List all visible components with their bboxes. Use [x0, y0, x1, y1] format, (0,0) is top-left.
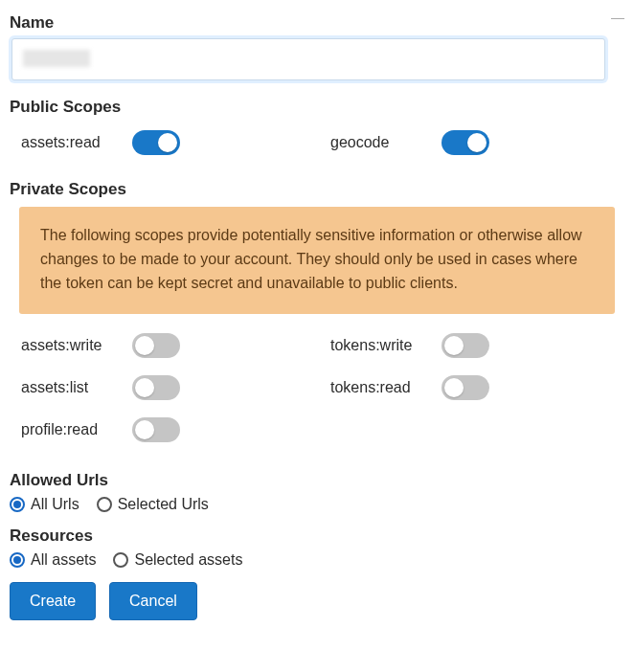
radio-label: Selected assets	[134, 551, 242, 569]
toggle-tokens-read[interactable]	[442, 375, 489, 400]
public-scopes-label: Public Scopes	[10, 98, 624, 117]
scope-assets-list: assets:list	[21, 375, 270, 400]
radio-selected-urls[interactable]: Selected Urls	[97, 496, 209, 513]
scope-label: tokens:write	[330, 337, 426, 354]
scope-label: assets:write	[21, 337, 117, 354]
scope-assets-write: assets:write	[21, 333, 270, 358]
toggle-assets-list[interactable]	[132, 375, 180, 400]
private-scopes-grid: assets:write tokens:write assets:list to…	[10, 333, 624, 450]
scope-label: geocode	[330, 134, 426, 151]
create-button[interactable]: Create	[10, 582, 96, 620]
private-scopes-warning: The following scopes provide potentially…	[19, 207, 615, 314]
toggle-assets-write[interactable]	[132, 333, 180, 358]
radio-all-urls[interactable]: All Urls	[10, 496, 79, 513]
radio-all-assets[interactable]: All assets	[10, 551, 96, 569]
scope-label: tokens:read	[330, 379, 426, 396]
radio-label: All Urls	[31, 496, 79, 513]
scope-geocode: geocode	[330, 130, 579, 155]
allowed-urls-label: Allowed Urls	[10, 471, 624, 490]
allowed-urls-radio-group: All Urls Selected Urls	[10, 496, 624, 513]
name-input[interactable]	[11, 38, 605, 80]
radio-icon	[113, 552, 128, 568]
resources-radio-group: All assets Selected assets	[10, 551, 624, 569]
collapse-icon[interactable]: —	[611, 10, 624, 25]
button-row: Create Cancel	[10, 582, 624, 620]
scope-label: assets:read	[21, 134, 117, 151]
toggle-tokens-write[interactable]	[442, 333, 489, 358]
token-create-form: — Name Public Scopes assets:read geocode…	[0, 0, 634, 639]
scope-profile-read: profile:read	[21, 417, 270, 442]
radio-icon	[10, 497, 25, 512]
scope-label: profile:read	[21, 421, 117, 438]
radio-label: Selected Urls	[118, 496, 209, 513]
scope-label: assets:list	[21, 379, 117, 396]
private-scopes-label: Private Scopes	[10, 180, 624, 199]
scope-tokens-read: tokens:read	[330, 375, 579, 400]
radio-label: All assets	[31, 551, 96, 569]
toggle-profile-read[interactable]	[132, 417, 180, 442]
public-scopes-grid: assets:read geocode	[10, 123, 624, 163]
radio-selected-assets[interactable]: Selected assets	[113, 551, 242, 569]
toggle-assets-read[interactable]	[132, 130, 180, 155]
name-label: Name	[10, 13, 624, 33]
resources-label: Resources	[10, 526, 624, 546]
toggle-geocode[interactable]	[442, 130, 489, 155]
scope-assets-read: assets:read	[21, 130, 270, 155]
radio-icon	[97, 497, 112, 512]
cancel-button[interactable]: Cancel	[109, 582, 197, 620]
scope-tokens-write: tokens:write	[330, 333, 579, 358]
radio-icon	[10, 552, 25, 568]
